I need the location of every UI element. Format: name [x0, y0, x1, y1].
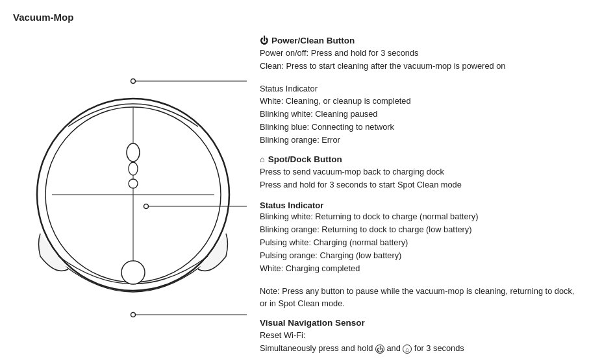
- spot-dock-header: ⌂ Spot/Dock Button: [260, 154, 576, 164]
- si-line-2: Blinking white: Cleaning paused: [260, 108, 576, 121]
- si-line-3: Blinking blue: Connecting to network: [260, 121, 576, 134]
- spot-line-1: Press to send vacuum-mop back to chargin…: [260, 165, 576, 178]
- power-line-2: Clean: Press to start cleaning after the…: [260, 60, 576, 73]
- power-line-1: Power on/off: Press and hold for 3 secon…: [260, 47, 576, 60]
- robot-diagram: [32, 42, 247, 347]
- home-icon: ⌂: [260, 154, 265, 164]
- si2-line-5: White: Charging completed: [260, 262, 576, 275]
- svg-point-4: [127, 143, 140, 162]
- inline-power-icon: ⏻: [375, 345, 384, 354]
- inline-home-icon: ⌂: [403, 345, 412, 354]
- spot-line-2: Press and hold for 3 seconds to start Sp…: [260, 178, 576, 191]
- page-title: Vacuum-Mop: [13, 12, 576, 23]
- info-area: ⏻ Power/Clean Button Power on/off: Press…: [253, 29, 576, 363]
- si2-line-4: Pulsing orange: Charging (low battery): [260, 249, 576, 262]
- power-icon: ⏻: [260, 36, 268, 45]
- svg-point-8: [131, 79, 136, 84]
- si2-line-3: Pulsing white: Charging (normal battery): [260, 236, 576, 249]
- si-line-4: Blinking orange: Error: [260, 134, 576, 147]
- visual-nav-label: Visual Navigation Sensor: [260, 318, 365, 328]
- power-clean-header: ⏻ Power/Clean Button: [260, 36, 576, 45]
- visual-nav-section: Visual Navigation Sensor Reset Wi-Fi: Si…: [260, 318, 576, 355]
- note-text: Note: Press any button to pause while th…: [260, 285, 576, 311]
- si2-line-1: Blinking white: Returning to dock to cha…: [260, 210, 576, 223]
- power-clean-label: Power/Clean Button: [271, 36, 355, 45]
- svg-point-14: [131, 313, 136, 317]
- status-indicator-label-1: Status Indicator: [260, 82, 576, 95]
- wifi-reset-desc: Simultaneously press and hold ⏻ and ⌂ fo…: [260, 342, 576, 355]
- diagram-area: [13, 29, 253, 347]
- svg-point-6: [129, 179, 138, 188]
- si-line-1: White: Cleaning, or cleanup is completed: [260, 95, 576, 108]
- svg-point-12: [144, 204, 149, 209]
- svg-point-16: [121, 261, 145, 284]
- si2-line-2: Blinking orange: Returning to dock to ch…: [260, 223, 576, 236]
- status-indicator-label-2: Status Indicator: [260, 200, 576, 210]
- spot-dock-section: ⌂ Spot/Dock Button Press to send vacuum-…: [260, 154, 576, 310]
- power-clean-section: ⏻ Power/Clean Button Power on/off: Press…: [260, 36, 576, 147]
- wifi-reset-label: Reset Wi-Fi:: [260, 329, 576, 342]
- spot-dock-label: Spot/Dock Button: [268, 154, 342, 164]
- svg-point-5: [129, 162, 138, 175]
- visual-nav-header: Visual Navigation Sensor: [260, 318, 576, 328]
